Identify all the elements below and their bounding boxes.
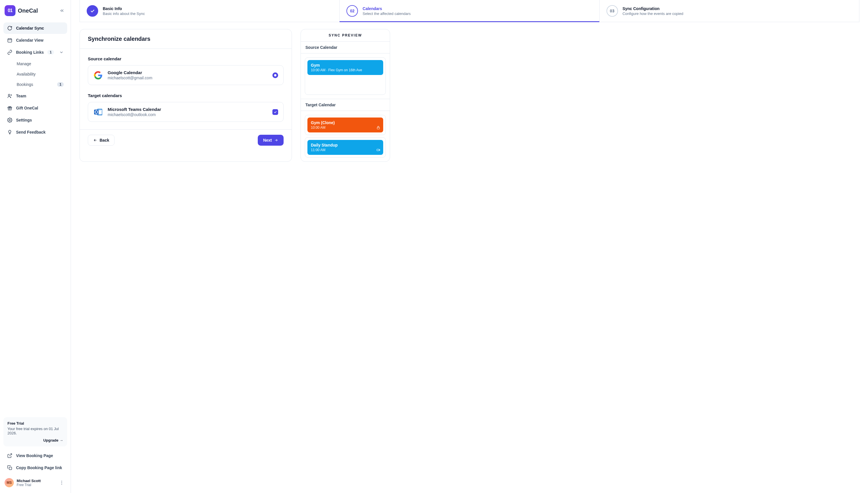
preview-target-title: Target Calendar	[301, 99, 390, 111]
button-label: Back	[99, 138, 109, 143]
nav-bookings[interactable]: Bookings 1	[13, 79, 67, 90]
nav-booking-sub: Manage Availability Bookings 1	[3, 59, 67, 90]
step-sync-config[interactable]: 03 Sync Configuration Configure how the …	[600, 0, 859, 22]
logo[interactable]: 01 OneCal	[5, 5, 38, 16]
more-vertical-icon	[59, 480, 64, 485]
nav-calendar-view[interactable]: Calendar View	[3, 35, 67, 46]
lock-icon	[376, 126, 380, 130]
preview-event: Gym (Clone) 10:00 AM	[307, 117, 383, 132]
calendar-icon	[7, 37, 13, 43]
target-checkbox[interactable]	[272, 109, 278, 115]
nav-label: Settings	[16, 118, 32, 122]
preview-header: SYNC PREVIEW	[301, 29, 390, 42]
step-desc: Configure how the events are copied	[622, 12, 683, 16]
nav-label: Bookings	[17, 82, 33, 87]
nav-availability[interactable]: Availability	[13, 69, 67, 79]
team-icon	[7, 93, 13, 99]
user-row: MS Michael Scott Free Trial	[3, 476, 67, 490]
source-preview-box: Gym 10:00 AM · Flex Gym on 16th Ave	[305, 58, 386, 95]
preview-card: SYNC PREVIEW Source Calendar Gym 10:00 A…	[300, 29, 390, 162]
preview-event: Gym 10:00 AM · Flex Gym on 16th Ave	[307, 60, 383, 75]
source-radio[interactable]	[272, 72, 278, 78]
event-title: Daily Standup	[311, 143, 380, 147]
event-title: Gym	[311, 63, 380, 67]
card-heading: Synchronize calendars	[88, 36, 283, 42]
check-icon	[274, 110, 277, 114]
svg-rect-14	[377, 149, 379, 151]
user-name: Michael Scott	[17, 479, 41, 483]
arrow-right-icon	[274, 138, 278, 142]
step-title: Calendars	[363, 6, 410, 11]
nav-team[interactable]: Team	[3, 90, 67, 102]
source-calendar-row[interactable]: Google Calendar michaelscott@gmail.com	[88, 65, 283, 85]
primary-nav: Calendar Sync Calendar View Booking Link…	[3, 22, 67, 138]
step-circle	[87, 5, 98, 17]
step-title: Basic Info	[103, 6, 145, 11]
external-link-icon	[7, 453, 13, 458]
nav-label: Copy Booking Page link	[16, 466, 62, 470]
event-sub: 11:00 AM	[311, 148, 380, 152]
nav-label: View Booking Page	[16, 453, 53, 458]
preview-event: Daily Standup 11:00 AM	[307, 140, 383, 155]
svg-point-4	[9, 120, 10, 121]
event-title: Gym (Clone)	[311, 121, 380, 125]
preview-source-title: Source Calendar	[301, 42, 390, 53]
chevrons-left-icon	[60, 8, 65, 13]
avatar[interactable]: MS	[5, 478, 14, 487]
sidebar-footer-links: View Booking Page Copy Booking Page link	[3, 450, 67, 473]
lightbulb-icon	[7, 129, 13, 135]
upgrade-link[interactable]: Upgrade →	[7, 438, 63, 443]
step-circle: 02	[346, 5, 358, 17]
trial-card: Free Trial Your free trial expires on 01…	[3, 417, 67, 447]
calendar-email: michaelscott@gmail.com	[108, 76, 153, 80]
gift-icon	[7, 105, 13, 111]
logo-mark: 01	[5, 5, 16, 16]
nav-manage[interactable]: Manage	[13, 59, 67, 69]
copy-booking-link[interactable]: Copy Booking Page link	[3, 462, 67, 473]
gear-icon	[7, 117, 13, 123]
source-label: Source calendar	[88, 56, 283, 61]
step-title: Sync Configuration	[622, 6, 683, 11]
target-preview-box: Gym (Clone) 10:00 AM	[305, 115, 386, 135]
svg-point-8	[62, 484, 62, 485]
nav-feedback[interactable]: Send Feedback	[3, 126, 67, 138]
step-circle: 03	[607, 5, 618, 17]
nav-label: Gift OneCal	[16, 106, 38, 110]
target-preview-box-2: Daily Standup 11:00 AM	[305, 137, 386, 157]
svg-point-6	[62, 481, 62, 481]
collapse-sidebar-button[interactable]	[58, 7, 66, 15]
svg-rect-13	[377, 127, 380, 129]
svg-point-1	[8, 94, 10, 96]
nav-label: Calendar View	[16, 38, 43, 43]
next-button[interactable]: Next	[258, 135, 283, 146]
content: Synchronize calendars Source calendar Go…	[71, 22, 868, 169]
user-menu-button[interactable]	[58, 478, 66, 487]
check-icon	[90, 8, 95, 14]
svg-rect-5	[9, 467, 12, 470]
svg-rect-0	[8, 39, 12, 42]
view-booking-page[interactable]: View Booking Page	[3, 450, 67, 462]
chevron-down-icon	[59, 50, 64, 55]
calendar-name: Microsoft Teams Calendar	[108, 107, 161, 112]
google-icon	[93, 70, 103, 80]
nav-booking-links[interactable]: Booking Links 1	[3, 46, 67, 58]
calendar-email: michaelscott@outlook.com	[108, 112, 161, 117]
nav-gift[interactable]: Gift OneCal	[3, 102, 67, 114]
back-button[interactable]: Back	[88, 135, 115, 146]
button-label: Next	[263, 138, 272, 143]
event-sub: 10:00 AM · Flex Gym on 16th Ave	[311, 68, 380, 72]
main: Basic Info Basic info about the Sync 02 …	[71, 0, 868, 493]
nav-calendar-sync[interactable]: Calendar Sync	[3, 22, 67, 34]
calendar-name: Google Calendar	[108, 70, 153, 75]
step-basic-info[interactable]: Basic Info Basic info about the Sync	[80, 0, 340, 22]
trial-desc: Your free trial expires on 01 Jul 2026.	[7, 427, 63, 435]
nav-settings[interactable]: Settings	[3, 114, 67, 126]
sync-card: Synchronize calendars Source calendar Go…	[79, 29, 292, 162]
nav-label: Manage	[17, 62, 31, 66]
stepper: Basic Info Basic info about the Sync 02 …	[79, 0, 860, 22]
step-desc: Basic info about the Sync	[103, 12, 145, 16]
target-calendar-row[interactable]: Microsoft Teams Calendar michaelscott@ou…	[88, 102, 283, 122]
step-calendars[interactable]: 02 Calendars Select the affected calenda…	[340, 0, 599, 22]
nav-label: Team	[16, 94, 26, 98]
nav-badge: 1	[47, 50, 54, 55]
